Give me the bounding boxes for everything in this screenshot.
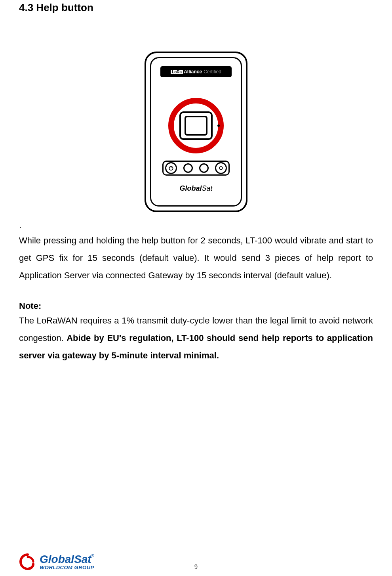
device-figure: LoRa Alliance Certified xyxy=(19,52,373,212)
footer-subtitle: WORLDCOM GROUP xyxy=(40,565,94,570)
lora-logo: LoRa xyxy=(171,70,183,74)
help-button-outer xyxy=(179,111,213,140)
note-bold-text: Abide by EU's regulation, LT-100 should … xyxy=(19,333,373,360)
footer-brand-light: Sat xyxy=(74,553,91,565)
section-heading: 4.3 Help button xyxy=(19,2,373,14)
footer-logo: GlobalSat® WORLDCOM GROUP xyxy=(19,553,94,570)
brand-bold: Global xyxy=(179,184,202,192)
footer-registered-icon: ® xyxy=(91,553,94,558)
device-inner-frame: LoRa Alliance Certified xyxy=(150,57,242,207)
device-outer-frame: LoRa Alliance Certified xyxy=(145,52,247,212)
circle-button-icon xyxy=(215,162,227,174)
page-footer: GlobalSat® WORLDCOM GROUP 9 xyxy=(19,553,373,570)
help-button-highlight-circle xyxy=(168,98,224,153)
brand-light: Sat xyxy=(202,184,212,192)
led-indicator xyxy=(217,124,220,127)
power-button-icon xyxy=(165,162,177,174)
footer-brand-bold: Global xyxy=(40,553,74,565)
certified-text: Certified xyxy=(204,69,221,75)
alliance-text: Alliance xyxy=(184,69,202,75)
device-button-row xyxy=(162,161,230,176)
note-label: Note: xyxy=(19,301,373,311)
footer-logo-icon xyxy=(19,553,36,570)
svg-point-2 xyxy=(219,166,223,170)
lora-alliance-badge: LoRa Alliance Certified xyxy=(160,66,232,77)
main-paragraph: While pressing and holding the help butt… xyxy=(19,232,373,284)
indicator-2 xyxy=(199,163,209,173)
footer-text-group: GlobalSat® WORLDCOM GROUP xyxy=(40,554,94,570)
device-brand-label: GlobalSat xyxy=(179,184,212,193)
indicator-1 xyxy=(183,163,193,173)
page-number: 9 xyxy=(194,563,198,570)
dot-separator: . xyxy=(19,220,373,230)
help-button-inner xyxy=(185,116,207,136)
note-paragraph: The LoRaWAN requires a 1% transmit duty-… xyxy=(19,312,373,364)
